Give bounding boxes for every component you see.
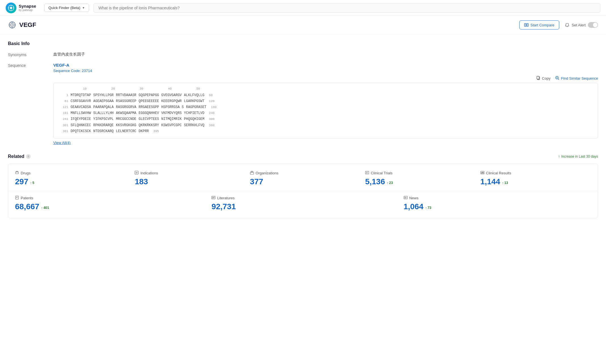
related-cards: Drugs 297 ↑ 5 (8, 164, 598, 218)
indications-count: 183 (135, 177, 148, 186)
brand-name: Synapse (19, 4, 36, 9)
synonyms-label: Synonyms (8, 52, 53, 57)
svg-point-8 (12, 24, 13, 26)
clinical-trials-count: 5,136 (365, 177, 385, 186)
news-count: 1,064 (404, 202, 423, 211)
sequence-value: VEGF-A Sequence Code: 23714 Copy (53, 63, 598, 145)
page-title-area: VEGF (8, 21, 36, 29)
svg-rect-35 (483, 172, 484, 173)
news-icon (404, 196, 408, 200)
vegf-a-link[interactable]: VEGF-A (53, 63, 69, 67)
indications-label: Indications (140, 171, 158, 175)
synonyms-value: 血管内皮生长因子 (53, 52, 598, 57)
related-title-area: Related i (8, 154, 31, 159)
chevron-down-icon: ▼ (82, 6, 85, 9)
sequence-box[interactable]: 10 20 30 40 50 1 MTDRQTDTAP SPSYHLLPGR R… (53, 83, 598, 138)
copy-button[interactable]: Copy (536, 76, 550, 81)
sequence-label: Sequence (8, 63, 53, 68)
svg-point-1 (10, 7, 12, 9)
related-bottom-row: Patents 68,667 ↑ 401 (8, 191, 598, 218)
patents-icon (15, 196, 19, 200)
seq-row-181: 181 MNFLLSWVHW SLALLLYLHH AKWSQAAPMA EGG… (58, 111, 593, 116)
find-similar-icon (555, 76, 560, 81)
related-item-literatures[interactable]: Literatures 92,731 (207, 196, 399, 211)
basic-info-section: Basic Info Synonyms 血管内皮生长因子 Sequence VE… (8, 41, 598, 145)
find-similar-button[interactable]: Find Similar Sequence (555, 76, 598, 81)
seq-row-241: 241 IFQEYPDEIE YIFKPSCVPL MRCGGCCNDE GLE… (58, 117, 593, 122)
page-title: VEGF (19, 21, 36, 29)
related-info-icon[interactable]: i (26, 154, 31, 159)
page-header: VEGF Start Compare Set Alert (0, 16, 606, 34)
related-title: Related (8, 154, 24, 159)
sequence-actions: Copy Find Similar Sequence (53, 76, 598, 81)
clinical-trials-increase: ↑ 23 (387, 181, 393, 185)
svg-rect-34 (482, 172, 483, 173)
news-increase: ↑ 73 (425, 206, 431, 210)
svg-line-20 (558, 79, 559, 80)
literatures-icon (211, 196, 215, 200)
related-item-indications[interactable]: Indications 183 (130, 171, 245, 186)
synonyms-row: Synonyms 血管内皮生长因子 (8, 52, 598, 57)
search-input[interactable] (94, 3, 600, 13)
compare-icon (524, 23, 529, 27)
clinical-results-icon (480, 171, 484, 175)
patents-label: Patents (21, 196, 33, 200)
seq-row-301: 301 SFLQHNKCEC RPKKDRARQE KKSVRGKGKG QKR… (58, 123, 593, 128)
drugs-count: 297 (15, 177, 28, 186)
patents-increase: ↑ 401 (41, 206, 49, 210)
view-all-link[interactable]: View All(4) (53, 141, 71, 145)
svg-point-25 (136, 172, 137, 173)
target-icon (8, 21, 16, 29)
literatures-label: Literatures (217, 196, 234, 200)
logo-area: Synapse by patsnap (6, 3, 36, 13)
drugs-increase: ↑ 5 (30, 181, 34, 185)
copy-icon (536, 76, 541, 81)
clinical-results-label: Clinical Results (486, 171, 511, 175)
related-item-organizations[interactable]: Organizations 377 (245, 171, 361, 186)
seq-row-1: 1 MTDRQTDTAP SPSYHLLPGR RRTVDAAASR GQGPE… (58, 93, 593, 98)
svg-rect-33 (481, 172, 482, 173)
related-top-row: Drugs 297 ↑ 5 (8, 164, 598, 186)
logo-text: Synapse by patsnap (19, 4, 36, 12)
organizations-count: 377 (250, 177, 263, 186)
organizations-icon (250, 171, 254, 175)
related-item-news[interactable]: News 1,064 ↑ 73 (399, 196, 591, 211)
seq-row-61: 61 CSRFGGAVVR AGEAEPSGAA RSASSGREEP QPEE… (58, 99, 593, 104)
related-header: Related i ↑ Increase in Last 30 days (8, 154, 598, 159)
brand-sub: by patsnap (19, 9, 36, 12)
drugs-icon (15, 171, 19, 175)
sequence-ruler: 10 20 30 40 50 (58, 86, 593, 92)
set-alert-label: Set Alert (572, 23, 586, 27)
news-label: News (409, 196, 419, 200)
clinical-results-count: 1,144 (480, 177, 500, 186)
related-item-clinical-results[interactable]: Clinical Results 1,144 ↑ 13 (476, 171, 591, 186)
patents-count: 68,667 (15, 202, 39, 211)
quick-finder-button[interactable]: Quick Finder (Beta) ▼ (44, 4, 89, 12)
sequence-code: Sequence Code: 23714 (53, 69, 598, 73)
increase-arrow-icon: ↑ (558, 154, 560, 159)
sequence-row: Sequence VEGF-A Sequence Code: 23714 Cop… (8, 63, 598, 145)
top-navigation: Synapse by patsnap Quick Finder (Beta) ▼ (0, 0, 606, 16)
header-actions: Start Compare Set Alert (519, 20, 598, 29)
clinical-results-increase: ↑ 13 (502, 181, 508, 185)
seq-row-361: 361 DPQTCKCSCK NTDSRCKARQ LELNERTCRC DKP… (58, 129, 593, 134)
basic-info-title: Basic Info (8, 41, 598, 46)
related-item-patents[interactable]: Patents 68,667 ↑ 401 (15, 196, 207, 211)
start-compare-button[interactable]: Start Compare (519, 20, 559, 29)
indications-icon (135, 171, 139, 175)
seq-row-121: 121 GEAAVCADSA PAARAPQALA RASGRGGRVA RRG… (58, 105, 593, 110)
clinical-trials-label: Clinical Trials (371, 171, 393, 175)
related-item-clinical-trials[interactable]: Clinical Trials 5,136 ↑ 23 (361, 171, 476, 186)
organizations-label: Organizations (256, 171, 278, 175)
svg-point-21 (556, 77, 558, 78)
svg-rect-24 (135, 171, 138, 174)
clinical-trials-icon (365, 171, 369, 175)
main-content: Basic Info Synonyms 血管内皮生长因子 Sequence VE… (0, 34, 606, 225)
increase-label: ↑ Increase in Last 30 days (558, 154, 598, 159)
set-alert-toggle[interactable] (588, 22, 598, 28)
bell-icon (565, 23, 569, 27)
drugs-label: Drugs (21, 171, 31, 175)
logo-icon (6, 3, 16, 13)
set-alert-area: Set Alert (565, 22, 598, 28)
related-item-drugs[interactable]: Drugs 297 ↑ 5 (15, 171, 130, 186)
